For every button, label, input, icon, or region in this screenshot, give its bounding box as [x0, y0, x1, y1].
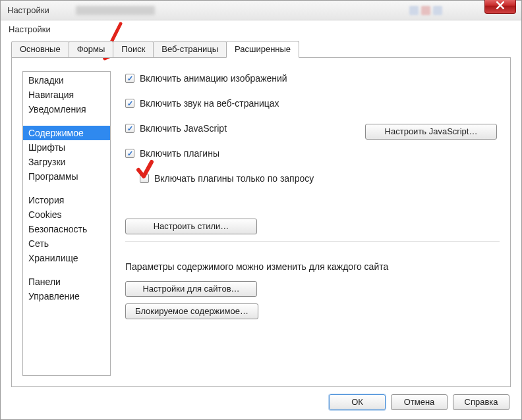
sidebar-item-tabs[interactable]: Вкладки [23, 73, 110, 88]
sidebar-item-panels[interactable]: Панели [23, 275, 110, 289]
sidebar-item-cookies[interactable]: Cookies [23, 207, 110, 222]
opt-plugins-on-demand: Включать плагины только по запросу [140, 171, 500, 186]
titlebar: Настройки [1, 1, 521, 20]
configure-styles-button[interactable]: Настроить стили… [125, 219, 257, 234]
sidebar-item-network[interactable]: Сеть [23, 236, 110, 251]
sidebar-item-storage[interactable]: Хранилище [23, 251, 110, 265]
sidebar-item-history[interactable]: История [23, 193, 110, 207]
label-enable-sound: Включить звук на веб-страницах [140, 98, 279, 109]
help-button[interactable]: Справка [453, 394, 509, 410]
configure-js-button[interactable]: Настроить JavaScript… [365, 124, 497, 140]
separator [125, 241, 500, 242]
ok-button[interactable]: ОК [329, 394, 386, 410]
checkbox-enable-sound[interactable] [125, 99, 134, 108]
opt-enable-sound: Включить звук на веб-страницах [125, 96, 500, 111]
label-enable-plugins: Включить плагины [140, 148, 219, 159]
sidebar-item-programs[interactable]: Программы [23, 169, 110, 184]
settings-window: Настройки Настройки Основные Формы Поиск… [0, 0, 522, 420]
tab-search[interactable]: Поиск [113, 41, 154, 58]
address-blur [76, 6, 155, 15]
checkbox-enable-plugins[interactable] [125, 149, 134, 158]
close-icon [496, 1, 504, 11]
blocked-content-button[interactable]: Блокируемое содержимое… [125, 303, 258, 319]
tab-panel-advanced: Вкладки Навигация Уведомления Содержимое… [11, 58, 511, 387]
tab-forms[interactable]: Формы [69, 41, 114, 58]
per-site-text: Параметры содержимого можно изменить для… [125, 261, 500, 272]
sidebar-item-fonts[interactable]: Шрифты [23, 140, 110, 155]
checkbox-enable-animation[interactable] [125, 74, 134, 83]
page-title: Настройки [1, 20, 521, 36]
tabs-row: Основные Формы Поиск Веб-страницы Расшир… [1, 36, 521, 58]
cancel-button[interactable]: Отмена [391, 394, 448, 410]
checkbox-plugins-on-demand[interactable] [140, 174, 149, 183]
category-list[interactable]: Вкладки Навигация Уведомления Содержимое… [22, 71, 111, 376]
sidebar-item-security[interactable]: Безопасность [23, 222, 110, 236]
close-button[interactable] [484, 0, 516, 14]
sidebar-item-navigation[interactable]: Навигация [23, 88, 110, 102]
sidebar-item-content[interactable]: Содержимое [23, 126, 110, 140]
tab-advanced[interactable]: Расширенные [226, 41, 299, 58]
titlebar-icons-blur [409, 6, 442, 15]
opt-enable-animation: Включить анимацию изображений [125, 71, 500, 86]
tab-webpages[interactable]: Веб-страницы [153, 41, 227, 58]
content-options: Включить анимацию изображений Включить з… [125, 71, 500, 376]
sidebar-item-notifications[interactable]: Уведомления [23, 102, 110, 117]
label-enable-animation: Включить анимацию изображений [140, 73, 287, 84]
label-enable-js: Включить JavaScript [140, 123, 227, 134]
opt-enable-plugins: Включить плагины [125, 146, 500, 161]
window-title: Настройки [7, 5, 49, 15]
sidebar-item-management[interactable]: Управление [23, 289, 110, 303]
label-plugins-on-demand: Включать плагины только по запросу [154, 173, 314, 184]
checkbox-enable-js[interactable] [125, 124, 134, 133]
site-settings-button[interactable]: Настройки для сайтов… [125, 281, 257, 297]
tab-general[interactable]: Основные [11, 41, 69, 58]
dialog-button-row: ОК Отмена Справка [329, 394, 509, 410]
sidebar-item-downloads[interactable]: Загрузки [23, 155, 110, 169]
